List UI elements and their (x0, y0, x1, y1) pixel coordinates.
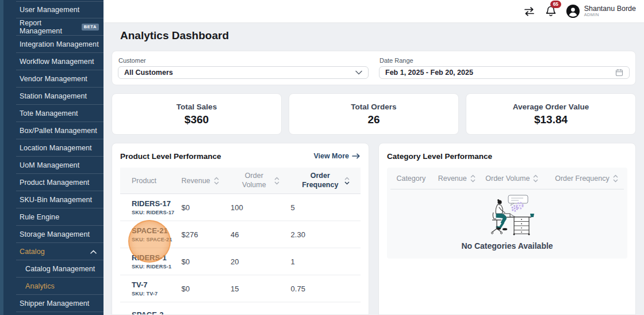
table-row[interactable]: SPACE-21 SKU: SPACE-21 $276 46 2.30 (120, 221, 361, 248)
empty-state-message: No Categories Available (461, 241, 553, 251)
order-volume-cell: 20 (228, 257, 289, 266)
sidebar-item-label: User Management (20, 6, 79, 14)
kpi-label: Total Sales (177, 103, 217, 111)
sidebar-item-sku-bin-management[interactable]: SKU-Bin Management (3, 191, 103, 208)
table-row[interactable]: RIDERS-17 SKU: RIDERS-17 $0 100 5 (120, 194, 361, 221)
sidebar-item-workflow-management[interactable]: Workflow Management (3, 53, 103, 70)
category-panel-header: Category Level Performance (387, 150, 627, 162)
customer-label: Customer (118, 57, 369, 64)
revenue-cell: $0 (181, 284, 229, 293)
sidebar-item-tote-management[interactable]: Tote Management (3, 105, 103, 122)
user-menu[interactable]: Shantanu Borde ADMIN (566, 4, 636, 18)
sidebar-item-location-management[interactable]: Location Management (3, 139, 103, 157)
table-row[interactable]: TV-7 SKU: TV-7 $0 15 0.75 (120, 275, 361, 302)
sidebar-item-station-management[interactable]: Station Management (3, 88, 103, 105)
kpi-total-orders: Total Orders 26 (289, 93, 459, 135)
sidebar-item-product-management[interactable]: Product Management (3, 174, 103, 191)
product-panel-header: Product Level Performance View More (120, 150, 361, 162)
order-frequency-cell: 0.75 (289, 284, 361, 293)
sort-icon (470, 174, 476, 183)
sidebar-item-storage-management[interactable]: Storage Management (3, 226, 103, 243)
order-frequency-cell: 5 (289, 203, 361, 212)
beta-badge: BETA (82, 24, 99, 31)
avatar-icon (566, 4, 580, 18)
column-header-revenue[interactable]: Revenue (435, 174, 478, 183)
sidebar-nav: User Management Report Management BETA I… (3, 1, 103, 312)
table-row[interactable]: SPACE-2 (120, 302, 361, 315)
customer-select[interactable]: All Customers (118, 66, 369, 79)
sidebar-item-label: Catalog (20, 248, 45, 256)
kpi-label: Total Orders (351, 103, 396, 111)
notification-count-badge: 65 (550, 1, 561, 8)
column-header-order-volume[interactable]: Order Volume (478, 174, 546, 183)
product-sku: SKU: RIDERS-17 (132, 210, 181, 215)
sidebar-item-catalog[interactable]: Catalog (3, 243, 103, 260)
notifications-button[interactable]: 65 (545, 5, 557, 17)
product-name: SPACE-2 (132, 310, 181, 315)
column-header-order-frequency[interactable]: Order Frequency (289, 172, 361, 189)
sidebar-item-label: Catalog Management (25, 265, 95, 273)
sort-icon (533, 174, 538, 183)
kpi-total-sales: Total Sales $360 (112, 93, 282, 135)
order-volume-cell: 100 (228, 203, 289, 212)
sidebar-item-label: SKU-Bin Management (20, 196, 92, 204)
sort-icon (613, 174, 618, 183)
date-range-label: Date Range (379, 57, 630, 64)
sidebar-item-integration-management[interactable]: Integration Management (3, 36, 103, 53)
sidebar-item-analytics[interactable]: Analytics (3, 278, 103, 295)
sidebar-item-label: Analytics (25, 282, 55, 290)
product-sku: SKU: TV-7 (132, 291, 181, 297)
column-header-product[interactable]: Product (120, 177, 181, 185)
product-table: Product Revenue Order Volume Order Frequ… (120, 168, 361, 315)
top-bar: 65 Shantanu Borde ADMIN (103, 0, 644, 23)
column-header-order-volume[interactable]: Order Volume (228, 172, 289, 189)
date-range-value: Feb 1, 2025 - Feb 20, 2025 (385, 69, 473, 77)
empty-state-illustration (478, 194, 536, 237)
sidebar-item-label: Station Management (20, 92, 87, 100)
calendar-icon (615, 69, 623, 77)
sidebar-item-box-pallet-management[interactable]: Box/Pallet Management (3, 122, 103, 139)
column-header-category[interactable]: Category (387, 174, 435, 183)
sidebar-item-vendor-management[interactable]: Vendor Management (3, 70, 103, 88)
table-row[interactable]: RIDERS-1 SKU: RIDERS-1 $0 20 1 (120, 248, 361, 275)
sidebar-item-report-management[interactable]: Report Management BETA (3, 18, 103, 36)
product-performance-panel: Product Level Performance View More Prod… (112, 143, 369, 315)
sidebar-item-user-management[interactable]: User Management (3, 1, 103, 18)
revenue-cell: $0 (181, 257, 229, 266)
user-role: ADMIN (584, 13, 636, 18)
sidebar-item-label: Box/Pallet Management (20, 127, 97, 135)
swap-transfer-button[interactable] (523, 7, 536, 16)
filters-card: Customer All Customers Date Range Feb 1,… (112, 51, 636, 85)
view-more-link[interactable]: View More (313, 152, 361, 160)
revenue-cell: $0 (181, 203, 229, 212)
swap-arrows-icon (523, 7, 536, 16)
category-table: Category Revenue Order Volume Order Freq… (387, 168, 627, 259)
category-panel-title: Category Level Performance (387, 152, 492, 161)
kpi-label: Average Order Value (513, 103, 589, 111)
sidebar-item-label: Report Management (20, 19, 78, 35)
sidebar-item-label: Storage Management (20, 230, 90, 238)
customer-select-value: All Customers (124, 69, 173, 77)
category-table-header: Category Revenue Order Volume Order Freq… (387, 168, 627, 189)
sidebar-item-catalog-management[interactable]: Catalog Management (3, 260, 103, 278)
kpi-value: $360 (185, 113, 209, 126)
user-name: Shantanu Borde (584, 5, 636, 13)
sort-icon-active-desc (344, 177, 350, 185)
date-range-input[interactable]: Feb 1, 2025 - Feb 20, 2025 (379, 66, 630, 79)
sidebar-item-label: Rule Engine (20, 213, 59, 221)
user-meta: Shantanu Borde ADMIN (584, 5, 636, 18)
kpi-average-order-value: Average Order Value $13.84 (466, 93, 636, 135)
sidebar-item-label: UoM Management (20, 161, 79, 169)
column-header-order-frequency[interactable]: Order Frequency (546, 174, 627, 183)
category-performance-panel: Category Level Performance Category Reve… (378, 143, 636, 315)
sidebar-item-shipper-management[interactable]: Shipper Management (3, 295, 103, 312)
revenue-cell: $276 (181, 230, 229, 239)
kpi-value: $13.84 (534, 113, 568, 126)
column-header-revenue[interactable]: Revenue (181, 177, 229, 185)
product-name: RIDERS-1 (132, 253, 181, 263)
sidebar-item-uom-management[interactable]: UoM Management (3, 157, 103, 174)
product-name: SPACE-21 (132, 226, 181, 236)
sidebar-item-label: Product Management (20, 179, 89, 187)
product-sku: SKU: SPACE-21 (132, 237, 181, 242)
sidebar-item-rule-engine[interactable]: Rule Engine (3, 208, 103, 226)
